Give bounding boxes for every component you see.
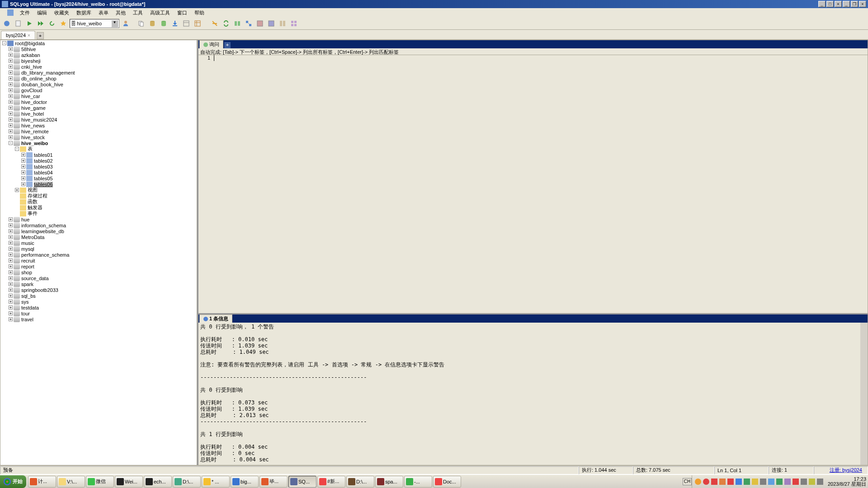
expander-icon[interactable]: + bbox=[9, 100, 13, 104]
tree-db-node[interactable]: +testdata bbox=[0, 305, 197, 310]
minimize-button[interactable]: _ bbox=[818, 1, 826, 7]
expander-icon[interactable]: + bbox=[15, 188, 19, 192]
tray-icon[interactable] bbox=[703, 479, 709, 485]
taskbar-item[interactable]: Doc... bbox=[433, 476, 461, 488]
menu-item[interactable]: 表单 bbox=[95, 9, 112, 17]
tray-icon[interactable] bbox=[752, 479, 758, 485]
tray-icon[interactable] bbox=[768, 479, 774, 485]
tree-db-node[interactable]: +MetroData bbox=[0, 234, 197, 240]
taskbar-item[interactable]: * ... bbox=[202, 476, 230, 488]
menu-item[interactable]: 收藏夹 bbox=[51, 9, 73, 17]
tree-table-node[interactable]: +tables03 bbox=[0, 164, 197, 169]
expander-icon[interactable]: + bbox=[21, 170, 25, 174]
tree-db-node[interactable]: +cnki_hive bbox=[0, 64, 197, 70]
tray-icon[interactable] bbox=[809, 479, 815, 485]
tree-db-node[interactable]: +springbootb2033 bbox=[0, 287, 197, 293]
tray-icon[interactable] bbox=[801, 479, 807, 485]
expander-icon[interactable]: + bbox=[9, 117, 13, 122]
close-button[interactable]: × bbox=[835, 1, 842, 7]
expander-icon[interactable]: + bbox=[9, 311, 13, 315]
expander-icon[interactable]: + bbox=[9, 135, 13, 139]
format-icon[interactable] bbox=[210, 19, 220, 28]
execute-all-icon[interactable] bbox=[36, 19, 46, 28]
editor-body[interactable] bbox=[212, 55, 868, 313]
menu-item[interactable]: 高级工具 bbox=[146, 9, 174, 17]
expander-icon[interactable]: + bbox=[9, 253, 13, 257]
tree-db-node[interactable]: +shop bbox=[0, 269, 197, 275]
tree-root-node[interactable]: -root@bigdata bbox=[0, 40, 197, 46]
mdi-min-button[interactable]: _ bbox=[843, 1, 850, 7]
tree-db-node[interactable]: +hive_news bbox=[0, 122, 197, 128]
tree-table-node[interactable]: +tables02 bbox=[0, 158, 197, 164]
tray-icon[interactable] bbox=[727, 479, 734, 485]
refresh-icon[interactable] bbox=[47, 19, 57, 28]
menu-item[interactable]: 帮助 bbox=[191, 9, 208, 17]
tree-db-node[interactable]: +sql_bs bbox=[0, 293, 197, 299]
expander-icon[interactable]: - bbox=[9, 141, 13, 145]
expander-icon[interactable]: + bbox=[9, 294, 13, 298]
tree-db-node[interactable]: +learningwebsite_db bbox=[0, 228, 197, 234]
tree-table-node[interactable]: +tables01 bbox=[0, 152, 197, 158]
messages-tab[interactable]: 1 条信息 bbox=[199, 314, 232, 323]
taskbar-item[interactable]: 计... bbox=[28, 476, 56, 488]
taskbar-item[interactable]: ech... bbox=[144, 476, 172, 488]
expander-icon[interactable]: + bbox=[9, 53, 13, 57]
tray-icon[interactable] bbox=[793, 479, 799, 485]
menu-item[interactable]: 文件 bbox=[16, 9, 33, 17]
tree-db-node[interactable]: +report bbox=[0, 263, 197, 269]
mdi-close-button[interactable]: × bbox=[859, 1, 866, 7]
taskbar-item[interactable]: V:\... bbox=[57, 476, 85, 488]
taskbar-item[interactable]: spa... bbox=[375, 476, 403, 488]
menu-item[interactable]: 数据库 bbox=[73, 9, 95, 17]
tree-db-node[interactable]: +spark bbox=[0, 281, 197, 287]
tree-events-folder[interactable]: 事件 bbox=[0, 211, 197, 216]
diff-icon[interactable] bbox=[232, 19, 242, 28]
restore-icon[interactable] bbox=[159, 19, 169, 28]
taskbar-item[interactable]: #新... bbox=[317, 476, 345, 488]
expander-icon[interactable]: + bbox=[9, 270, 13, 274]
object-browser[interactable]: -root@bigdata+58hive+azkaban+biyesheji+c… bbox=[0, 40, 197, 465]
maximize-button[interactable]: □ bbox=[826, 1, 834, 7]
tree-db-node[interactable]: +recruit bbox=[0, 258, 197, 263]
tree-db-node[interactable]: +hive_car bbox=[0, 93, 197, 99]
expander-icon[interactable]: + bbox=[9, 258, 13, 263]
language-indicator[interactable]: CH bbox=[683, 478, 692, 485]
sql-editor[interactable]: 1 bbox=[198, 55, 868, 313]
add-connection-button[interactable]: + bbox=[37, 32, 44, 39]
expander-icon[interactable]: + bbox=[9, 65, 13, 69]
expander-icon[interactable]: + bbox=[9, 235, 13, 239]
menu-item[interactable]: 其他 bbox=[112, 9, 129, 17]
expander-icon[interactable]: + bbox=[9, 305, 13, 310]
speaker-icon[interactable] bbox=[817, 479, 823, 485]
expander-icon[interactable]: + bbox=[21, 182, 25, 186]
tree-table-node[interactable]: +tables05 bbox=[0, 175, 197, 181]
expander-icon[interactable]: + bbox=[9, 82, 13, 86]
tray-icon[interactable] bbox=[776, 479, 783, 485]
tree-db-node[interactable]: +hive_doctor bbox=[0, 99, 197, 105]
expander-icon[interactable]: + bbox=[9, 300, 13, 304]
grid2-icon[interactable] bbox=[266, 19, 276, 28]
expander-icon[interactable]: + bbox=[9, 223, 13, 227]
expander-icon[interactable]: + bbox=[9, 112, 13, 116]
tree-db-node[interactable]: +tour bbox=[0, 310, 197, 316]
tree-db-node[interactable]: +hue bbox=[0, 216, 197, 222]
query-tab[interactable]: 询问 bbox=[199, 40, 223, 48]
taskbar-item[interactable]: D:\... bbox=[346, 476, 374, 488]
expander-icon[interactable]: - bbox=[2, 41, 6, 45]
tree-db-node[interactable]: +govCloud bbox=[0, 87, 197, 93]
messages-output[interactable]: 共 0 行受到影响， 1 个警告 执行耗时 : 0.010 sec 传送时间 :… bbox=[198, 323, 860, 465]
tree-db-node[interactable]: +58hive bbox=[0, 46, 197, 52]
expander-icon[interactable]: + bbox=[9, 264, 13, 268]
expander-icon[interactable]: + bbox=[9, 241, 13, 245]
grid1-icon[interactable] bbox=[255, 19, 265, 28]
user-icon[interactable] bbox=[121, 19, 131, 28]
tree-table-node[interactable]: +tables04 bbox=[0, 169, 197, 175]
grid4-icon[interactable] bbox=[289, 19, 299, 28]
expander-icon[interactable]: + bbox=[9, 106, 13, 110]
import-icon[interactable] bbox=[170, 19, 180, 28]
connection-tab[interactable]: bysj2024 × bbox=[1, 31, 35, 39]
tray-icon[interactable] bbox=[736, 479, 742, 485]
tree-db-node[interactable]: +travel bbox=[0, 316, 197, 322]
scrollbar[interactable] bbox=[860, 323, 868, 465]
expander-icon[interactable]: + bbox=[9, 282, 13, 286]
